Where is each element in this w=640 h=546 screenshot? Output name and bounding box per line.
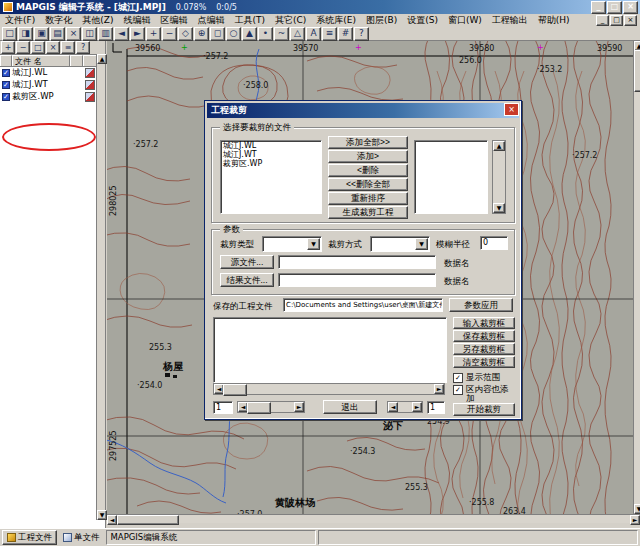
frame-right-scrollbar[interactable]: ◄ ► [387,401,423,413]
point-edit-icon[interactable]: • [258,27,273,41]
tree-row[interactable]: ✓ 城江J.WT [0,79,105,91]
help-icon[interactable]: ? [354,27,369,41]
area-edit-icon[interactable]: △ [290,27,305,41]
start-clip-button[interactable]: 开始裁剪 [453,403,515,416]
text-icon[interactable]: A [306,27,321,41]
scroll-up-icon[interactable]: ▲ [493,141,505,151]
zoom-out-icon[interactable]: − [162,27,177,41]
scroll-right-icon[interactable]: ► [412,402,422,412]
print-icon[interactable]: ▤ [50,27,65,41]
save-project-path-input[interactable]: C:\Documents and Settings\user\桌面\新建文件夹\… [283,298,443,312]
clip-frame-list-scrollbar[interactable]: ◄ ► [213,383,445,395]
undo-icon[interactable]: ◄ [114,27,129,41]
scroll-right-icon[interactable]: ► [630,515,640,525]
transfer-button[interactable]: 生成裁剪工程 [328,206,408,219]
open-icon[interactable]: ◨ [18,27,33,41]
edit-state-icon[interactable] [85,68,95,78]
transfer-button[interactable]: 添加> [328,150,408,163]
cut-icon[interactable]: × [66,27,81,41]
attribute-icon[interactable]: ≡ [322,27,337,41]
file-list-item[interactable]: 裁剪区.WP [221,159,321,168]
region-content-row[interactable]: ✓ 区内容也添加 [453,385,515,403]
apply-params-button[interactable]: 参数应用 [449,298,513,312]
paste-icon[interactable]: ▥ [98,27,113,41]
map-horizontal-scrollbar[interactable]: ◄ ► [107,514,640,523]
clip-frame-list[interactable] [213,317,447,383]
frame-left-scrollbar[interactable]: ◄ ► [237,401,305,413]
pan-icon[interactable]: ⊕ [194,27,209,41]
clip-frame-button[interactable]: 保存裁剪框 [453,330,515,342]
layer-checkbox[interactable]: ✓ [2,93,10,101]
available-files-list[interactable]: 城江J.WL城江J.WT裁剪区.WP [220,140,322,214]
tree-row[interactable]: ✓ 裁剪区.WP [0,91,105,103]
clip-frame-button[interactable]: 另存裁剪框 [453,343,515,355]
clip-type-combo[interactable]: ▼ [262,236,322,252]
remove-file-icon[interactable]: × [46,41,60,54]
maximize-button[interactable]: □ [607,1,622,14]
collapse-icon[interactable]: − [16,41,30,54]
save-icon[interactable]: ▣ [34,27,49,41]
vertical-scroll-thumb[interactable] [634,50,640,92]
mdi-minimize-button[interactable]: _ [596,15,609,26]
region-content-checkbox[interactable]: ✓ [453,385,463,395]
scroll-right-icon[interactable]: ► [294,402,304,412]
result-file-input[interactable] [278,273,436,287]
show-range-checkbox[interactable]: ✓ [453,373,463,383]
scroll-left-icon[interactable]: ◄ [107,515,117,525]
minimize-button[interactable]: _ [591,1,606,14]
edit-state-icon[interactable] [85,80,95,90]
transfer-button[interactable]: 添加全部>> [328,136,408,149]
redo-icon[interactable]: ► [130,27,145,41]
scroll-down-icon[interactable]: ▼ [493,203,505,213]
tab-single-file[interactable]: 单文件 [59,531,104,544]
horizontal-scroll-thumb[interactable] [117,515,179,525]
file-list-item[interactable]: 城江J.WT [221,150,321,159]
frame-index-right-input[interactable]: 1 [427,401,445,414]
clip-mode-combo[interactable]: ▼ [370,236,430,252]
properties-icon[interactable]: ≡ [61,41,75,54]
layer-checkbox[interactable]: ✓ [2,81,10,89]
mdi-close-button[interactable]: × [624,15,637,26]
menu-item[interactable]: 帮助(H) [533,13,575,28]
clip-frame-button[interactable]: 输入裁剪框 [453,317,515,329]
scroll-down-icon[interactable]: ▼ [634,504,640,514]
panel-scrollbar[interactable]: ▲ ▼ [96,54,105,520]
close-button[interactable]: × [623,1,638,14]
layer-checkbox[interactable]: ✓ [2,69,10,77]
source-file-input[interactable] [278,255,436,269]
copy-icon[interactable]: ◫ [82,27,97,41]
dialog-titlebar[interactable]: 工程裁剪 [207,103,519,118]
fuzzy-radius-input[interactable]: 0 [480,236,508,250]
file-list-item[interactable]: 城江J.WL [221,141,321,150]
scroll-left-icon[interactable]: ◄ [388,402,398,412]
add-file-icon[interactable]: □ [31,41,45,54]
transfer-button[interactable]: <删除 [328,164,408,177]
full-extent-icon[interactable]: ◻ [210,27,225,41]
transfer-button[interactable]: <<删除全部 [328,178,408,191]
expand-icon[interactable]: + [1,41,15,54]
chevron-down-icon[interactable]: ▼ [415,238,428,250]
select-icon[interactable]: ▲ [242,27,257,41]
frame-index-left-input[interactable]: 1 [213,401,233,414]
header-filename-column[interactable]: 文件 名 [12,55,70,66]
refresh-icon[interactable]: ○ [226,27,241,41]
chevron-down-icon[interactable]: ▼ [307,238,320,250]
mdi-restore-button[interactable]: □ [610,15,623,26]
info-icon[interactable]: ? [76,41,90,54]
scroll-thumb[interactable] [223,384,247,396]
new-icon[interactable]: □ [2,27,17,41]
zoom-window-icon[interactable]: ◇ [178,27,193,41]
clip-frame-button[interactable]: 清空裁剪框 [453,356,515,368]
grid-icon[interactable]: # [338,27,353,41]
transfer-button[interactable]: 重新排序 [328,192,408,205]
tree-row[interactable]: ✓ 城江J.WL [0,67,105,79]
edit-state-icon[interactable] [85,92,95,102]
menu-item[interactable]: 设置(S) [402,13,443,28]
dialog-close-button[interactable]: × [504,103,519,116]
selected-files-scrollbar[interactable]: ▲ ▼ [492,140,506,214]
menu-item[interactable]: 窗口(W) [443,13,487,28]
map-vertical-scrollbar[interactable]: ▲ ▼ [633,41,640,514]
exit-button[interactable]: 退出 [323,400,377,414]
scroll-up-icon[interactable]: ▲ [97,54,107,64]
source-file-button[interactable]: 源文件... [220,255,274,269]
